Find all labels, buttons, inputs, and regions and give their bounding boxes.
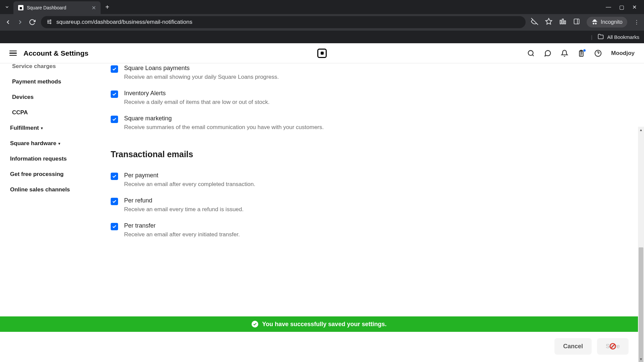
sidebar-item-service-charges[interactable]: Service charges bbox=[10, 59, 84, 74]
tab-search-dropdown[interactable] bbox=[3, 3, 11, 11]
all-bookmarks-link[interactable]: All Bookmarks bbox=[607, 34, 639, 40]
setting-desc: Receive summaries of the email communica… bbox=[124, 124, 324, 131]
scroll-up-icon[interactable]: ▲ bbox=[638, 127, 644, 133]
new-tab-button[interactable]: + bbox=[101, 3, 114, 11]
user-menu[interactable]: Moodjoy bbox=[611, 50, 635, 57]
bell-icon[interactable] bbox=[561, 50, 568, 57]
bookmarks-bar: | All Bookmarks bbox=[0, 30, 644, 43]
svg-point-4 bbox=[48, 21, 49, 22]
setting-square-loans: Square Loans payments Receive an email s… bbox=[111, 61, 644, 86]
setting-label: Per payment bbox=[124, 172, 255, 179]
sidebar-item-fulfillment[interactable]: Fulfillment▾ bbox=[10, 120, 84, 136]
notification-dot bbox=[583, 49, 586, 52]
eye-off-icon[interactable] bbox=[531, 18, 538, 26]
window-controls: ― ▢ ✕ bbox=[601, 4, 641, 10]
svg-rect-10 bbox=[565, 21, 566, 24]
minimize-icon[interactable]: ― bbox=[606, 4, 611, 10]
cancel-button[interactable]: Cancel bbox=[554, 338, 592, 355]
browser-chrome: ◼ Square Dashboard ✕ + ― ▢ ✕ squareup.co… bbox=[0, 0, 644, 43]
close-tab-icon[interactable]: ✕ bbox=[92, 5, 96, 11]
sidebar-item-online-sales-channels[interactable]: Online sales channels bbox=[10, 182, 84, 197]
scrollbar[interactable]: ▲ ▼ bbox=[638, 127, 644, 362]
square-favicon-icon: ◼ bbox=[18, 5, 23, 10]
save-button: Save bbox=[597, 338, 629, 355]
checkbox-inventory-alerts[interactable] bbox=[111, 90, 118, 98]
help-icon[interactable] bbox=[594, 50, 602, 57]
address-bar[interactable]: squareup.com/dashboard/business/email-no… bbox=[41, 16, 526, 28]
clipboard-icon[interactable] bbox=[578, 50, 585, 57]
setting-desc: Receive a daily email of items that are … bbox=[124, 99, 270, 106]
folder-icon bbox=[598, 34, 604, 41]
site-settings-icon[interactable] bbox=[46, 19, 52, 26]
setting-per-refund: Per refund Receive an email every time a… bbox=[111, 194, 644, 219]
search-icon[interactable] bbox=[527, 50, 535, 57]
not-allowed-cursor-icon bbox=[609, 343, 616, 350]
setting-label: Per refund bbox=[124, 197, 244, 204]
success-banner: You have successfully saved your setting… bbox=[0, 316, 638, 332]
browser-menu-icon[interactable]: ⋮ bbox=[634, 19, 639, 25]
section-heading-transactional: Transactional emails bbox=[111, 149, 644, 159]
checkbox-per-payment[interactable] bbox=[111, 173, 118, 180]
side-panel-icon[interactable] bbox=[573, 18, 580, 26]
svg-line-14 bbox=[532, 55, 534, 56]
tab-bar: ◼ Square Dashboard ✕ + ― ▢ ✕ bbox=[0, 0, 644, 14]
sidebar-item-devices[interactable]: Devices bbox=[10, 89, 84, 105]
menu-toggle-button[interactable] bbox=[9, 51, 17, 56]
tab-title: Square Dashboard bbox=[27, 5, 88, 10]
checkbox-per-refund[interactable] bbox=[111, 198, 118, 205]
app-header: Account & Settings Moodjoy bbox=[0, 43, 644, 63]
reload-button[interactable] bbox=[29, 19, 36, 25]
svg-rect-8 bbox=[560, 20, 561, 24]
svg-point-5 bbox=[50, 23, 51, 24]
close-window-icon[interactable]: ✕ bbox=[632, 4, 637, 10]
chevron-down-icon: ▾ bbox=[58, 141, 60, 146]
chat-icon[interactable] bbox=[544, 50, 551, 57]
setting-square-marketing: Square marketing Receive summaries of th… bbox=[111, 112, 644, 137]
svg-point-3 bbox=[50, 20, 51, 21]
sidebar-item-square-hardware[interactable]: Square hardware▾ bbox=[10, 136, 84, 151]
setting-desc: Receive an email every time a refund is … bbox=[124, 206, 244, 213]
scrollbar-thumb[interactable] bbox=[639, 247, 643, 362]
check-circle-icon bbox=[252, 321, 258, 327]
setting-desc: Receive an email after every initiated t… bbox=[124, 231, 240, 238]
svg-point-13 bbox=[528, 50, 533, 55]
maximize-icon[interactable]: ▢ bbox=[619, 4, 624, 10]
sidebar-item-information-requests[interactable]: Information requests bbox=[10, 151, 84, 167]
banner-text: You have successfully saved your setting… bbox=[262, 321, 387, 328]
sidebar-item-ccpa[interactable]: CCPA bbox=[10, 105, 84, 120]
chevron-down-icon: ▾ bbox=[41, 126, 43, 130]
setting-label: Square Loans payments bbox=[124, 65, 279, 72]
setting-label: Square marketing bbox=[124, 115, 324, 122]
forward-button[interactable] bbox=[17, 19, 23, 25]
footer-actions: Cancel Save bbox=[0, 335, 638, 357]
incognito-badge[interactable]: Incognito bbox=[587, 17, 627, 27]
setting-desc: Receive an email after every completed t… bbox=[124, 181, 255, 188]
svg-rect-9 bbox=[562, 19, 564, 24]
setting-inventory-alerts: Inventory Alerts Receive a daily email o… bbox=[111, 86, 644, 112]
setting-per-transfer: Per transfer Receive an email after ever… bbox=[111, 219, 644, 244]
svg-marker-7 bbox=[546, 18, 552, 24]
checkbox-square-loans[interactable] bbox=[111, 65, 118, 73]
setting-label: Per transfer bbox=[124, 222, 240, 229]
svg-line-23 bbox=[611, 344, 615, 348]
url-bar: squareup.com/dashboard/business/email-no… bbox=[0, 14, 644, 30]
main-content: Service charges Payment methods Devices … bbox=[0, 63, 644, 362]
bookmark-star-icon[interactable] bbox=[545, 18, 552, 26]
media-control-icon[interactable] bbox=[559, 18, 567, 26]
checkbox-square-marketing[interactable] bbox=[111, 116, 118, 123]
browser-tab[interactable]: ◼ Square Dashboard ✕ bbox=[13, 1, 101, 14]
url-text: squareup.com/dashboard/business/email-no… bbox=[56, 19, 192, 25]
setting-per-payment: Per payment Receive an email after every… bbox=[111, 169, 644, 194]
scroll-down-icon[interactable]: ▼ bbox=[638, 356, 644, 362]
sidebar-item-payment-methods[interactable]: Payment methods bbox=[10, 74, 84, 89]
setting-desc: Receive an email showing your daily Squa… bbox=[124, 74, 279, 80]
setting-label: Inventory Alerts bbox=[124, 90, 270, 97]
checkbox-per-transfer[interactable] bbox=[111, 223, 118, 230]
sidebar-item-get-free-processing[interactable]: Get free processing bbox=[10, 167, 84, 182]
svg-rect-11 bbox=[574, 19, 579, 24]
back-button[interactable] bbox=[5, 19, 11, 25]
page-title: Account & Settings bbox=[23, 49, 89, 57]
square-logo-icon[interactable] bbox=[317, 49, 327, 58]
